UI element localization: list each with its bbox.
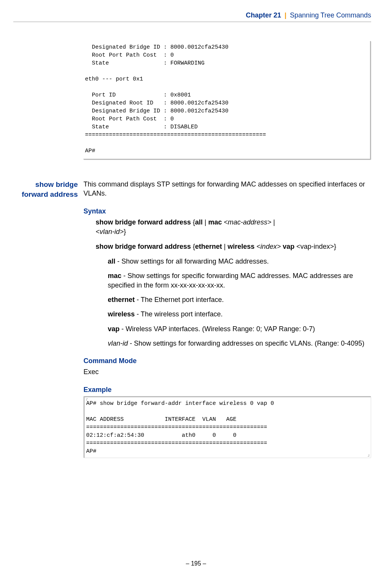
- syntax-cmd-2: show bridge forward address: [96, 243, 191, 250]
- param-vap: vap - Wireless VAP interfaces. (Wireless…: [108, 324, 371, 333]
- syntax-line-2: show bridge forward address {ethernet | …: [96, 242, 371, 251]
- syntax-cmd: show bridge forward address: [96, 218, 191, 226]
- param-wireless: wireless - The wireless port interface.: [108, 310, 371, 319]
- command-mode-heading: Command Mode: [83, 357, 371, 365]
- code-output-top: Designated Bridge ID : 8000.0012cfa25430…: [83, 41, 370, 157]
- param-ethernet: ethernet - The Ethernet port interface.: [108, 295, 371, 304]
- page-header: Chapter 21 | Spanning Tree Commands: [13, 11, 371, 19]
- command-mode-value: Exec: [83, 367, 371, 376]
- code-output-bottom: AP# show bridge forward-addr interface w…: [85, 397, 371, 458]
- code-output-bottom-frame: ┌ AP# show bridge forward-addr interface…: [83, 396, 371, 458]
- page-number: – 195 –: [0, 560, 392, 567]
- header-divider: [13, 22, 371, 22]
- param-vlanid: vlan-id - Show settings for forwarding a…: [108, 339, 371, 348]
- syntax-line-1: show bridge forward address {all | mac <…: [96, 218, 371, 237]
- command-description: This command displays STP settings for f…: [83, 180, 371, 198]
- chapter-title: Spanning Tree Commands: [290, 11, 371, 19]
- example-heading: Example: [83, 386, 371, 394]
- param-all: all - Show settings for all forwarding M…: [108, 257, 371, 266]
- command-name-heading: show bridge forward address: [13, 180, 78, 199]
- chapter-number: Chapter 21: [246, 11, 281, 19]
- param-mac: mac - Show settings for specific forward…: [108, 271, 371, 290]
- frame-corner-icon: ┌: [85, 397, 88, 401]
- frame-corner-icon: ┘: [368, 454, 370, 458]
- syntax-heading: Syntax: [83, 207, 371, 215]
- header-separator: |: [285, 11, 287, 19]
- code-output-top-frame: Designated Bridge ID : 8000.0012cfa25430…: [83, 41, 371, 160]
